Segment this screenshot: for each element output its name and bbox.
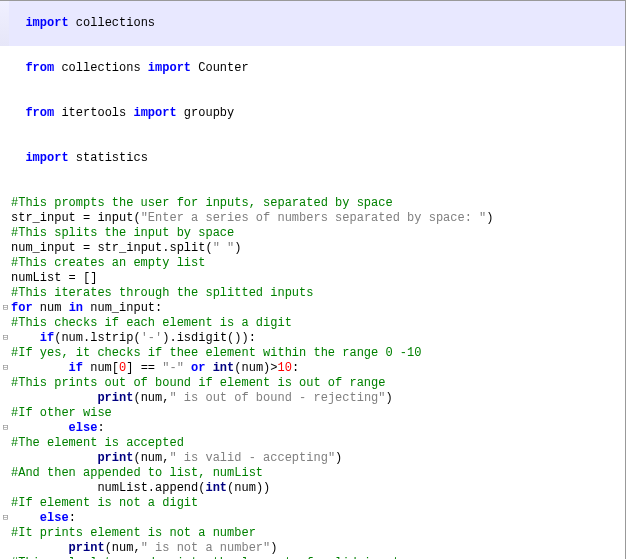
blank-line [0, 181, 625, 196]
fold-icon[interactable]: ⊟ [2, 511, 9, 526]
kw-import: import [25, 16, 68, 30]
fold-icon[interactable]: ⊟ [2, 331, 9, 346]
module-collections: collections [76, 16, 155, 30]
name-counter: Counter [198, 61, 248, 75]
code-editor: import collections from collections impo… [0, 0, 626, 559]
code-line: import statistics [0, 136, 625, 181]
code-line: from collections import Counter [0, 46, 625, 91]
code-line: import collections [0, 1, 625, 46]
fold-icon[interactable]: ⊟ [2, 361, 9, 376]
code-line: from itertools import groupby [0, 91, 625, 136]
fold-icon[interactable]: ⊟ [2, 301, 9, 316]
code-line: #This prompts the user for inputs, separ… [0, 196, 625, 211]
comment: #This prompts the user for inputs, separ… [11, 196, 393, 210]
code-line: str_input = input("Enter a series of num… [0, 211, 625, 226]
fold-icon[interactable]: ⊟ [2, 421, 9, 436]
gutter [2, 1, 9, 16]
